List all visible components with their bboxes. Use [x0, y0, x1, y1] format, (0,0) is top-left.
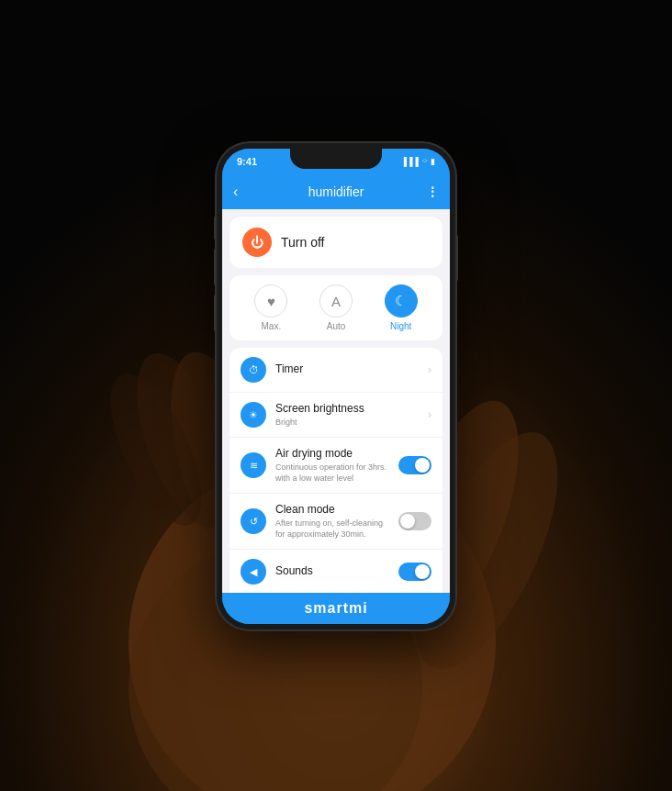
mode-selector-card: ♥ Max. A Auto ☾ Night: [230, 275, 442, 340]
clean-mode-subtitle: After turning on, self-cleaning for appr…: [275, 518, 389, 540]
sounds-title: Sounds: [275, 564, 389, 579]
clean-mode-toggle-thumb: [400, 514, 415, 529]
air-drying-toggle[interactable]: [398, 456, 431, 474]
status-icons: ▐▐▐ ⌔ ▮: [401, 157, 435, 166]
air-drying-toggle-thumb: [415, 458, 430, 473]
turn-off-row[interactable]: ⏻ Turn off: [230, 217, 442, 268]
screen-brightness-icon: ☀: [241, 402, 266, 428]
mode-item-max[interactable]: ♥ Max.: [239, 284, 304, 331]
power-button: [455, 235, 458, 281]
mode-max-icon: ♥: [254, 284, 287, 318]
screen-brightness-row[interactable]: ☀ Screen brightness Bright ›: [230, 393, 442, 438]
mode-item-auto[interactable]: A Auto: [304, 284, 369, 331]
volume-down-button: [214, 295, 217, 331]
power-button-icon: ⏻: [242, 228, 272, 257]
wifi-icon: ⌔: [422, 157, 427, 166]
sounds-toggle[interactable]: [398, 563, 431, 581]
screen-brightness-subtitle: Bright: [275, 418, 419, 429]
mode-auto-label: Auto: [327, 321, 346, 331]
power-icon: ⏻: [251, 235, 263, 250]
notch: [290, 149, 382, 169]
mode-max-label: Max.: [262, 321, 282, 331]
clean-mode-row[interactable]: ↺ Clean mode After turning on, self-clea…: [230, 494, 442, 550]
sounds-icon: ◀: [241, 559, 266, 585]
app-title: humidifier: [308, 184, 364, 199]
timer-title: Timer: [275, 362, 419, 377]
app-header: ‹ humidifier ⋮: [222, 174, 450, 209]
back-button[interactable]: ‹: [233, 184, 238, 200]
status-time: 9:41: [237, 156, 257, 167]
sounds-text: Sounds: [275, 564, 389, 579]
sounds-row[interactable]: ◀ Sounds: [230, 550, 442, 593]
content-area: ⏻ Turn off ♥ Max. A Auto: [222, 209, 450, 593]
settings-card: ⏱ Timer › ☀: [230, 348, 442, 593]
brand-suffix: mi: [349, 600, 368, 616]
timer-row[interactable]: ⏱ Timer ›: [230, 348, 442, 393]
screen-brightness-chevron: ›: [428, 408, 431, 421]
mode-auto-icon: A: [319, 284, 353, 318]
timer-text: Timer: [275, 362, 419, 377]
volume-up-button: [214, 249, 217, 285]
clean-mode-icon: ↺: [241, 508, 266, 534]
air-drying-title: Air drying mode: [275, 447, 389, 462]
screen-brightness-title: Screen brightness: [275, 402, 419, 417]
timer-icon: ⏱: [241, 357, 266, 383]
brand-footer: smartmi: [222, 593, 450, 624]
brand-prefix: smart: [304, 600, 349, 616]
clean-mode-title: Clean mode: [275, 503, 389, 518]
mode-item-night[interactable]: ☾ Night: [368, 284, 433, 331]
phone-screen: 9:41 ▐▐▐ ⌔ ▮ ‹ humidifier ⋮: [222, 149, 450, 624]
phone-device: 9:41 ▐▐▐ ⌔ ▮ ‹ humidifier ⋮: [217, 143, 455, 629]
battery-icon: ▮: [431, 157, 435, 166]
turn-off-card: ⏻ Turn off: [230, 217, 442, 268]
clean-mode-text: Clean mode After turning on, self-cleani…: [275, 503, 389, 540]
timer-chevron: ›: [428, 363, 431, 376]
air-drying-row[interactable]: ≋ Air drying mode Continuous operation f…: [230, 438, 442, 494]
more-button[interactable]: ⋮: [426, 184, 439, 199]
air-drying-subtitle: Continuous operation for 3hrs. with a lo…: [275, 462, 389, 484]
mode-night-label: Night: [390, 321, 411, 331]
silent-switch: [214, 217, 217, 240]
sounds-toggle-thumb: [415, 564, 430, 579]
phone-outer: 9:41 ▐▐▐ ⌔ ▮ ‹ humidifier ⋮: [217, 143, 455, 629]
screen-brightness-text: Screen brightness Bright: [275, 402, 419, 428]
clean-mode-toggle[interactable]: [398, 512, 431, 530]
air-drying-text: Air drying mode Continuous operation for…: [275, 447, 389, 484]
air-drying-icon: ≋: [241, 452, 266, 478]
turn-off-label: Turn off: [281, 235, 324, 250]
brand-text: smartmi: [304, 600, 367, 617]
mode-night-icon: ☾: [385, 284, 418, 318]
signal-icon: ▐▐▐: [401, 157, 419, 166]
